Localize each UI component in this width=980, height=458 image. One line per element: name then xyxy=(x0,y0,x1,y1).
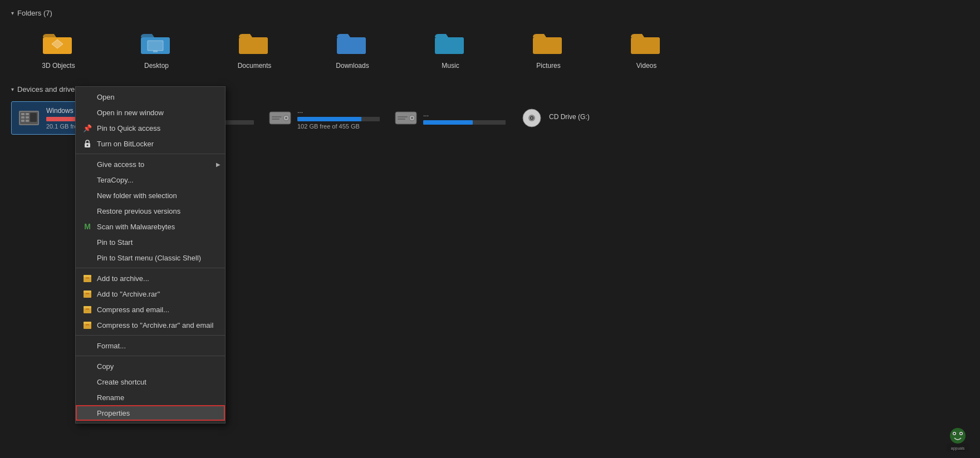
ctx-icon-create-shortcut xyxy=(82,377,92,387)
drive-name-e: ... xyxy=(297,107,380,115)
drive-item-f[interactable]: ... xyxy=(389,101,511,135)
ctx-item-pin-to-start-menu[interactable]: Pin to Start menu (Classic Shell) xyxy=(76,250,225,265)
ctx-label-format: Format... xyxy=(97,342,126,350)
archive-icon xyxy=(82,304,92,314)
ctx-item-rename[interactable]: Rename xyxy=(76,390,225,405)
archive-icon xyxy=(82,289,92,299)
folder-label-music: Music xyxy=(442,62,459,70)
svg-point-64 xyxy=(961,433,962,435)
ctx-item-turn-on-bitlocker[interactable]: Turn on BitLocker xyxy=(76,136,225,151)
archive-icon xyxy=(82,273,92,283)
ctx-label-rename: Rename xyxy=(97,393,124,402)
ctx-icon-give-access xyxy=(82,159,92,169)
ctx-item-compress-email[interactable]: Compress and email... xyxy=(76,302,225,317)
svg-point-45 xyxy=(531,117,533,119)
drive-icon-f xyxy=(394,106,418,130)
ctx-item-restore-previous[interactable]: Restore previous versions xyxy=(76,203,225,219)
ctx-icon-pin-to-start xyxy=(82,237,92,247)
folders-chevron: ▾ xyxy=(11,10,14,16)
folder-item-documents[interactable]: Documents xyxy=(207,25,302,74)
svg-rect-18 xyxy=(21,116,24,119)
drive-info-f: ... xyxy=(423,110,506,126)
folder-item-desktop[interactable]: Desktop xyxy=(109,25,204,74)
svg-rect-55 xyxy=(84,306,91,308)
drive-item-g[interactable]: CD Drive (G:) xyxy=(514,101,637,135)
svg-rect-58 xyxy=(84,322,91,324)
ctx-item-scan-malwarebytes[interactable]: MScan with Malwarebytes xyxy=(76,219,225,234)
svg-point-60 xyxy=(950,428,966,444)
ctx-label-compress-archive-email: Compress to "Archive.rar" and email xyxy=(97,321,213,329)
ctx-item-properties[interactable]: Properties xyxy=(76,405,225,421)
separator-after-pin-to-start-menu xyxy=(76,268,225,268)
folder-item-pictures[interactable]: Pictures xyxy=(501,25,596,74)
bitlocker-icon xyxy=(82,139,92,149)
svg-rect-56 xyxy=(86,309,89,310)
folder-label-downloads: Downloads xyxy=(336,62,369,70)
watermark: appuals xyxy=(941,425,974,452)
svg-rect-10 xyxy=(435,37,464,54)
folder-item-videos[interactable]: Videos xyxy=(599,25,694,74)
ctx-icon-rename xyxy=(82,392,92,402)
svg-rect-59 xyxy=(86,324,89,326)
svg-rect-41 xyxy=(398,119,405,120)
ctx-icon-format xyxy=(82,341,92,351)
drive-icon-g xyxy=(520,106,543,130)
separator-after-format xyxy=(76,356,225,356)
folder-item-music[interactable]: Music xyxy=(403,25,498,74)
ctx-item-give-access[interactable]: Give access to▶ xyxy=(76,156,225,172)
drive-item-e[interactable]: ... 102 GB free of 455 GB xyxy=(263,101,385,135)
folders-section-header: ▾ Folders (7) xyxy=(11,9,969,17)
folder-icon-music xyxy=(434,29,467,58)
drive-name-f: ... xyxy=(423,110,506,118)
folder-icon-pictures xyxy=(532,29,565,58)
ctx-item-pin-to-start[interactable]: Pin to Start xyxy=(76,234,225,250)
svg-rect-22 xyxy=(26,120,29,122)
ctx-item-copy[interactable]: Copy xyxy=(76,358,225,374)
ctx-label-copy: Copy xyxy=(97,362,114,371)
svg-rect-4 xyxy=(153,51,158,52)
svg-rect-53 xyxy=(86,293,89,294)
folder-item-3d-objects[interactable]: 3D Objects xyxy=(11,25,106,74)
ctx-item-add-to-archive-rar[interactable]: Add to "Archive.rar" xyxy=(76,286,225,302)
ctx-item-open[interactable]: Open xyxy=(76,89,225,105)
ctx-item-teracopy[interactable]: TeraCopy... xyxy=(76,172,225,188)
ctx-label-restore-previous: Restore previous versions xyxy=(97,207,180,215)
svg-rect-6 xyxy=(239,37,268,54)
ctx-icon-pin-to-start-menu xyxy=(82,253,92,263)
folder-icon-3d-objects xyxy=(42,29,75,58)
archive-icon xyxy=(82,320,92,330)
submenu-arrow-give-access: ▶ xyxy=(216,161,220,168)
ctx-item-format[interactable]: Format... xyxy=(76,338,225,353)
ctx-item-pin-quick-access[interactable]: 📌Pin to Quick access xyxy=(76,120,225,136)
ctx-item-open-new-window[interactable]: Open in new window xyxy=(76,105,225,120)
drive-free-e: 102 GB free of 455 GB xyxy=(297,123,380,130)
folder-icon-videos xyxy=(630,29,663,58)
ctx-item-new-folder-selection[interactable]: New folder with selection xyxy=(76,188,225,203)
svg-rect-35 xyxy=(272,119,280,120)
drive-bar-fill-e xyxy=(297,117,361,121)
ctx-label-pin-quick-access: Pin to Quick access xyxy=(97,124,160,132)
ctx-item-compress-archive-email[interactable]: Compress to "Archive.rar" and email xyxy=(76,317,225,333)
svg-rect-21 xyxy=(26,116,29,119)
svg-point-33 xyxy=(285,117,287,119)
folder-icon-desktop xyxy=(140,29,173,58)
svg-text:appuals: appuals xyxy=(951,446,965,451)
ctx-label-compress-email: Compress and email... xyxy=(97,306,169,314)
ctx-icon-teracopy xyxy=(82,175,92,185)
ctx-label-teracopy: TeraCopy... xyxy=(97,176,134,184)
ctx-label-add-to-archive: Add to archive... xyxy=(97,274,149,283)
pin-icon: 📌 xyxy=(82,123,92,133)
svg-rect-49 xyxy=(84,275,91,277)
malwarebytes-icon: M xyxy=(82,221,92,232)
drives-chevron: ▾ xyxy=(11,86,14,92)
context-menu: OpenOpen in new window📌Pin to Quick acce… xyxy=(75,86,226,423)
ctx-label-scan-malwarebytes: Scan with Malwarebytes xyxy=(97,223,175,231)
folder-label-3d-objects: 3D Objects xyxy=(42,62,75,70)
ctx-item-add-to-archive[interactable]: Add to archive... xyxy=(76,270,225,286)
ctx-icon-restore-previous xyxy=(82,206,92,216)
folder-item-downloads[interactable]: Downloads xyxy=(305,25,400,74)
ctx-item-create-shortcut[interactable]: Create shortcut xyxy=(76,374,225,390)
ctx-label-create-shortcut: Create shortcut xyxy=(97,378,146,386)
svg-point-63 xyxy=(954,433,955,435)
drive-icon-e xyxy=(268,106,292,130)
